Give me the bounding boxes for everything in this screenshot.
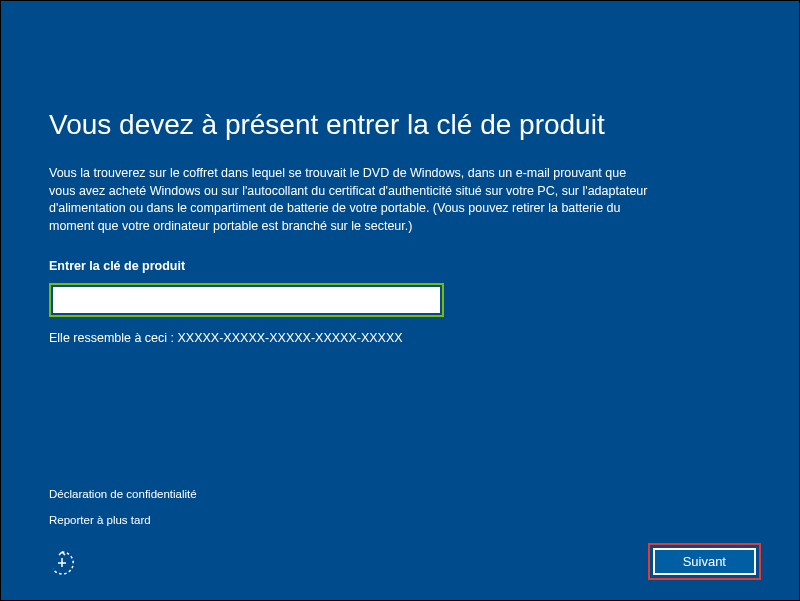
- skip-link[interactable]: Reporter à plus tard: [49, 514, 197, 526]
- product-key-hint: Elle ressemble à ceci : XXXXX-XXXXX-XXXX…: [49, 331, 751, 345]
- description-text: Vous la trouverez sur le coffret dans le…: [49, 165, 649, 235]
- next-button[interactable]: Suivant: [653, 548, 756, 575]
- accessibility-icon[interactable]: [49, 550, 75, 580]
- product-key-input-wrapper: [49, 283, 444, 317]
- product-key-label: Entrer la clé de produit: [49, 259, 751, 273]
- product-key-input[interactable]: [53, 287, 440, 313]
- bottom-links: Déclaration de confidentialité Reporter …: [49, 488, 197, 540]
- page-title: Vous devez à présent entrer la clé de pr…: [49, 1, 751, 141]
- privacy-link[interactable]: Déclaration de confidentialité: [49, 488, 197, 500]
- next-button-wrapper: Suivant: [648, 543, 761, 580]
